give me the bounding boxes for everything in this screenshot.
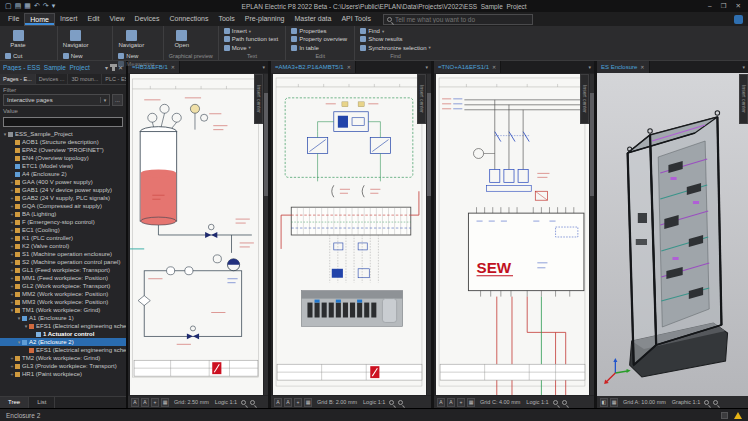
tree-item[interactable]: + MM3 (Work workpiece: Position) (0, 298, 126, 306)
vertical-scrollbar[interactable] (590, 74, 594, 395)
crosshair-icon[interactable]: + (151, 398, 159, 407)
warning-icon[interactable] (734, 412, 742, 419)
chevron-down-icon[interactable]: ▾ (105, 64, 108, 71)
tree-item[interactable]: + K2 (Valve control) (0, 242, 126, 250)
tree-list-tab[interactable]: Tree (0, 397, 29, 408)
tree-item[interactable]: + F (Emergency-stop control) (0, 218, 126, 226)
tree-item[interactable]: + EC1 (Cooling) (0, 226, 126, 234)
menu-tab[interactable]: Connections (165, 13, 214, 26)
grid-icon[interactable]: ▦ (161, 398, 169, 407)
document-tab[interactable]: ES Enclosure ✕ (597, 61, 650, 73)
document-tab[interactable]: =TNO+A1&EFS1/1 ✕ (434, 61, 501, 73)
chevron-down-icon[interactable]: ▾ (100, 97, 109, 103)
tree-item[interactable]: + K1 (PLC controller) (0, 234, 126, 242)
ribbon-button[interactable]: Properties (291, 27, 349, 35)
tree-item[interactable]: EFS1 (Electrical engineering schematics) (0, 346, 126, 354)
tree-item[interactable]: ▾ EFS1 (Electrical engineering schematic… (0, 322, 126, 330)
menu-tab[interactable]: View (105, 13, 130, 26)
document-tab[interactable]: =AMA3+B2.P1&AMBT5/1 ✕ (271, 61, 356, 73)
zoom-in-icon[interactable] (250, 400, 255, 405)
fluid-schematic-canvas[interactable] (273, 74, 426, 395)
tree-item[interactable]: + S1 (Machine operation enclosure) (0, 250, 126, 258)
status-tool-icon[interactable] (721, 412, 728, 419)
insert-center-tab[interactable]: Insert center (580, 74, 589, 124)
zoom-out-icon[interactable] (553, 400, 558, 405)
menu-tab[interactable]: Insert (55, 13, 83, 26)
tree-item[interactable]: EN4 (Overview topology) (0, 154, 126, 162)
ribbon-button[interactable]: Open (169, 27, 195, 52)
quick-access-icon[interactable]: ▾ (52, 1, 56, 11)
menu-tab[interactable]: Edit (82, 13, 104, 26)
filter-dropdown[interactable]: Interactive pages ▾ (3, 94, 110, 106)
quick-access-icon[interactable]: ↶ (34, 1, 40, 11)
zoom-in-icon[interactable] (398, 400, 403, 405)
tree-item[interactable]: ▾ A2 (Enclosure 2) (0, 338, 126, 346)
menu-tab[interactable]: File (3, 13, 24, 26)
pid-schematic-canvas[interactable] (130, 74, 263, 395)
window-list-icon[interactable]: ▾ (259, 64, 268, 70)
power-schematic-canvas[interactable]: SEW (436, 74, 589, 395)
panel-tab[interactable]: 3D moun... (68, 74, 102, 84)
tree-item[interactable]: + GL1 (Feed workpiece: Transport) (0, 266, 126, 274)
maximize-icon[interactable]: ❐ (721, 2, 727, 10)
tree-item[interactable]: AOB1 (Structure description) (0, 138, 126, 146)
close-icon[interactable]: ✕ (171, 64, 175, 70)
menu-tab[interactable]: Devices (130, 13, 165, 26)
tree-item[interactable]: A4 (Enclosure 2) (0, 170, 126, 178)
zoom-out-icon[interactable] (704, 400, 709, 405)
tree-item[interactable]: + MM2 (Work workpiece: Position) (0, 290, 126, 298)
tree-item[interactable]: + GAB2 (24 V supply, PLC signals) (0, 194, 126, 202)
tree-item[interactable]: + GAB1 (24 V device power supply) (0, 186, 126, 194)
tree-item[interactable]: + GQA (Compressed air supply) (0, 202, 126, 210)
tree-item[interactable]: EPA2 (Overview "PROFINET") (0, 146, 126, 154)
snap-icon[interactable]: A (131, 398, 139, 407)
app-badge-icon[interactable] (734, 15, 743, 24)
tree-item[interactable]: + MM1 (Feed workpiece: Position) (0, 274, 126, 282)
window-list-icon[interactable]: ▾ (422, 64, 431, 70)
insert-center-tab[interactable]: Insert center (739, 74, 748, 124)
panel-tab[interactable]: PLC - ESS... (102, 74, 126, 84)
ribbon-button[interactable]: Cut (5, 52, 52, 60)
tree-item[interactable]: ▾ ESS_Sample_Project (0, 130, 126, 138)
grid-icon[interactable]: ▦ (610, 398, 618, 407)
search-input[interactable] (395, 16, 529, 23)
panel-tab[interactable]: Devices ... (36, 74, 69, 84)
tree-item[interactable]: + TM2 (Work workpiece: Grind) (0, 354, 126, 362)
quick-access-icon[interactable]: ▢ (5, 1, 12, 11)
quick-access-icon[interactable]: ↷ (43, 1, 49, 11)
ribbon-button[interactable]: Synchronize selection ▾ (360, 44, 431, 52)
menu-tab[interactable]: API Tools (336, 13, 375, 26)
ribbon-button[interactable]: New (63, 52, 108, 60)
tree-item[interactable]: + HR1 (Paint workpiece) (0, 370, 126, 378)
ribbon-button[interactable]: Show results (360, 35, 431, 43)
tree-item[interactable]: + GL3 (Provide workpiece: Transport) (0, 362, 126, 370)
zoom-in-icon[interactable] (562, 400, 567, 405)
tree-item[interactable]: ▾ TM1 (Work workpiece: Grind) (0, 306, 126, 314)
ribbon-button[interactable]: Paste (5, 27, 31, 52)
tree-item[interactable]: + GAA (400 V power supply) (0, 178, 126, 186)
crosshair-icon[interactable]: + (294, 398, 302, 407)
ribbon-button[interactable]: Move ▾ (224, 44, 280, 52)
ribbon-button[interactable]: Navigator (118, 27, 144, 52)
grid-icon[interactable]: ▦ (304, 398, 312, 407)
zoom-out-icon[interactable] (241, 400, 246, 405)
vertical-scrollbar[interactable] (427, 74, 431, 395)
panel-tab[interactable]: Pages - E... (0, 74, 36, 84)
window-list-icon[interactable]: ▾ (585, 64, 594, 70)
window-list-icon[interactable]: ▾ (739, 64, 748, 70)
insert-center-tab[interactable]: Insert center (254, 74, 263, 124)
snap-icon[interactable]: A (274, 398, 282, 407)
zoom-in-icon[interactable] (713, 400, 718, 405)
object-snap-icon[interactable]: A (284, 398, 292, 407)
filter-more-button[interactable]: ... (112, 94, 123, 106)
ribbon-button[interactable]: Path function text (224, 35, 280, 43)
snap-icon[interactable]: A (437, 398, 445, 407)
minimize-icon[interactable]: – (708, 2, 712, 10)
tell-me-search[interactable] (383, 14, 533, 25)
tree-item[interactable]: + BA (Lighting) (0, 210, 126, 218)
ribbon-button[interactable]: Property overview (291, 35, 349, 43)
close-icon[interactable]: ✕ (347, 64, 351, 70)
tree-item[interactable]: + S2 (Machine operation control panel) (0, 258, 126, 266)
tree-list-tab[interactable]: List (29, 397, 55, 408)
ribbon-button[interactable]: Measuring (118, 60, 156, 68)
